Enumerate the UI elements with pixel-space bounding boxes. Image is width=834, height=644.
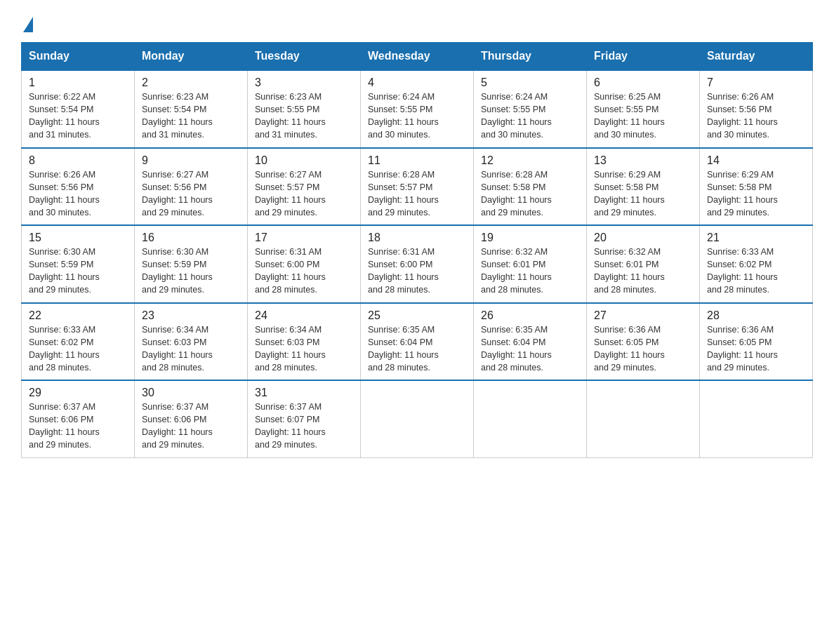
calendar-cell: 7 Sunrise: 6:26 AMSunset: 5:56 PMDayligh…	[700, 70, 813, 148]
day-info: Sunrise: 6:37 AMSunset: 6:06 PMDaylight:…	[142, 402, 213, 450]
day-number: 25	[368, 309, 466, 322]
day-info: Sunrise: 6:27 AMSunset: 5:57 PMDaylight:…	[255, 170, 326, 217]
calendar-cell: 31 Sunrise: 6:37 AMSunset: 6:07 PMDaylig…	[248, 380, 361, 457]
day-info: Sunrise: 6:26 AMSunset: 5:56 PMDaylight:…	[707, 92, 778, 140]
day-info: Sunrise: 6:32 AMSunset: 6:01 PMDaylight:…	[481, 247, 552, 295]
day-number: 13	[594, 154, 692, 167]
calendar-cell: 19 Sunrise: 6:32 AMSunset: 6:01 PMDaylig…	[474, 225, 587, 303]
day-number: 2	[142, 76, 240, 89]
day-info: Sunrise: 6:30 AMSunset: 5:59 PMDaylight:…	[29, 247, 100, 295]
day-info: Sunrise: 6:23 AMSunset: 5:54 PMDaylight:…	[142, 92, 213, 140]
day-number: 17	[255, 232, 353, 244]
day-number: 4	[368, 76, 466, 89]
calendar-cell: 6 Sunrise: 6:25 AMSunset: 5:55 PMDayligh…	[587, 70, 700, 148]
day-info: Sunrise: 6:29 AMSunset: 5:58 PMDaylight:…	[707, 170, 778, 217]
calendar-cell: 24 Sunrise: 6:34 AMSunset: 6:03 PMDaylig…	[248, 303, 361, 381]
calendar-cell: 15 Sunrise: 6:30 AMSunset: 5:59 PMDaylig…	[22, 225, 135, 303]
day-info: Sunrise: 6:23 AMSunset: 5:55 PMDaylight:…	[255, 92, 326, 140]
calendar-cell: 18 Sunrise: 6:31 AMSunset: 6:00 PMDaylig…	[361, 225, 474, 303]
calendar-cell: 16 Sunrise: 6:30 AMSunset: 5:59 PMDaylig…	[135, 225, 248, 303]
day-number: 10	[255, 154, 353, 167]
column-header-thursday: Thursday	[474, 43, 587, 71]
calendar-cell: 11 Sunrise: 6:28 AMSunset: 5:57 PMDaylig…	[361, 148, 474, 226]
calendar-week-row: 8 Sunrise: 6:26 AMSunset: 5:56 PMDayligh…	[22, 148, 813, 226]
day-number: 19	[481, 232, 579, 244]
day-number: 18	[368, 232, 466, 244]
day-number: 16	[142, 232, 240, 244]
day-number: 21	[707, 232, 805, 244]
calendar-cell	[474, 380, 587, 457]
calendar-cell: 3 Sunrise: 6:23 AMSunset: 5:55 PMDayligh…	[248, 70, 361, 148]
column-header-wednesday: Wednesday	[361, 43, 474, 71]
day-number: 29	[29, 387, 127, 399]
day-info: Sunrise: 6:37 AMSunset: 6:06 PMDaylight:…	[29, 402, 100, 450]
page-header	[21, 14, 813, 29]
day-info: Sunrise: 6:24 AMSunset: 5:55 PMDaylight:…	[481, 92, 552, 140]
day-info: Sunrise: 6:34 AMSunset: 6:03 PMDaylight:…	[142, 325, 213, 373]
day-info: Sunrise: 6:28 AMSunset: 5:58 PMDaylight:…	[481, 170, 552, 217]
column-header-saturday: Saturday	[700, 43, 813, 71]
calendar-cell: 5 Sunrise: 6:24 AMSunset: 5:55 PMDayligh…	[474, 70, 587, 148]
calendar-cell	[587, 380, 700, 457]
calendar-week-row: 29 Sunrise: 6:37 AMSunset: 6:06 PMDaylig…	[22, 380, 813, 457]
day-number: 11	[368, 154, 466, 167]
calendar-cell: 21 Sunrise: 6:33 AMSunset: 6:02 PMDaylig…	[700, 225, 813, 303]
day-info: Sunrise: 6:33 AMSunset: 6:02 PMDaylight:…	[29, 325, 100, 373]
day-info: Sunrise: 6:27 AMSunset: 5:56 PMDaylight:…	[142, 170, 213, 217]
calendar-cell	[361, 380, 474, 457]
day-info: Sunrise: 6:32 AMSunset: 6:01 PMDaylight:…	[594, 247, 665, 295]
day-number: 7	[707, 76, 805, 89]
day-info: Sunrise: 6:31 AMSunset: 6:00 PMDaylight:…	[255, 247, 326, 295]
day-info: Sunrise: 6:36 AMSunset: 6:05 PMDaylight:…	[707, 325, 778, 373]
calendar-cell: 23 Sunrise: 6:34 AMSunset: 6:03 PMDaylig…	[135, 303, 248, 381]
calendar-header-row: SundayMondayTuesdayWednesdayThursdayFrid…	[22, 43, 813, 71]
calendar-cell: 29 Sunrise: 6:37 AMSunset: 6:06 PMDaylig…	[22, 380, 135, 457]
column-header-friday: Friday	[587, 43, 700, 71]
calendar-cell	[700, 380, 813, 457]
logo	[21, 14, 33, 29]
day-info: Sunrise: 6:35 AMSunset: 6:04 PMDaylight:…	[368, 325, 439, 373]
logo-triangle-icon	[23, 17, 33, 32]
day-info: Sunrise: 6:25 AMSunset: 5:55 PMDaylight:…	[594, 92, 665, 140]
day-number: 14	[707, 154, 805, 167]
day-number: 22	[29, 309, 127, 322]
calendar-cell: 27 Sunrise: 6:36 AMSunset: 6:05 PMDaylig…	[587, 303, 700, 381]
calendar-cell: 25 Sunrise: 6:35 AMSunset: 6:04 PMDaylig…	[361, 303, 474, 381]
day-info: Sunrise: 6:24 AMSunset: 5:55 PMDaylight:…	[368, 92, 439, 140]
calendar-cell: 4 Sunrise: 6:24 AMSunset: 5:55 PMDayligh…	[361, 70, 474, 148]
day-number: 5	[481, 76, 579, 89]
calendar-cell: 12 Sunrise: 6:28 AMSunset: 5:58 PMDaylig…	[474, 148, 587, 226]
calendar-cell: 13 Sunrise: 6:29 AMSunset: 5:58 PMDaylig…	[587, 148, 700, 226]
day-number: 15	[29, 232, 127, 244]
calendar-cell: 10 Sunrise: 6:27 AMSunset: 5:57 PMDaylig…	[248, 148, 361, 226]
day-info: Sunrise: 6:35 AMSunset: 6:04 PMDaylight:…	[481, 325, 552, 373]
calendar-cell: 26 Sunrise: 6:35 AMSunset: 6:04 PMDaylig…	[474, 303, 587, 381]
day-number: 9	[142, 154, 240, 167]
day-number: 27	[594, 309, 692, 322]
day-number: 3	[255, 76, 353, 89]
calendar-table: SundayMondayTuesdayWednesdayThursdayFrid…	[21, 42, 813, 458]
day-info: Sunrise: 6:37 AMSunset: 6:07 PMDaylight:…	[255, 402, 326, 450]
day-info: Sunrise: 6:34 AMSunset: 6:03 PMDaylight:…	[255, 325, 326, 373]
day-info: Sunrise: 6:36 AMSunset: 6:05 PMDaylight:…	[594, 325, 665, 373]
day-info: Sunrise: 6:29 AMSunset: 5:58 PMDaylight:…	[594, 170, 665, 217]
day-info: Sunrise: 6:31 AMSunset: 6:00 PMDaylight:…	[368, 247, 439, 295]
day-number: 26	[481, 309, 579, 322]
calendar-cell: 9 Sunrise: 6:27 AMSunset: 5:56 PMDayligh…	[135, 148, 248, 226]
day-info: Sunrise: 6:22 AMSunset: 5:54 PMDaylight:…	[29, 92, 100, 140]
day-info: Sunrise: 6:33 AMSunset: 6:02 PMDaylight:…	[707, 247, 778, 295]
calendar-cell: 17 Sunrise: 6:31 AMSunset: 6:00 PMDaylig…	[248, 225, 361, 303]
calendar-cell: 14 Sunrise: 6:29 AMSunset: 5:58 PMDaylig…	[700, 148, 813, 226]
day-number: 6	[594, 76, 692, 89]
column-header-tuesday: Tuesday	[248, 43, 361, 71]
calendar-cell: 28 Sunrise: 6:36 AMSunset: 6:05 PMDaylig…	[700, 303, 813, 381]
calendar-cell: 2 Sunrise: 6:23 AMSunset: 5:54 PMDayligh…	[135, 70, 248, 148]
calendar-week-row: 1 Sunrise: 6:22 AMSunset: 5:54 PMDayligh…	[22, 70, 813, 148]
column-header-monday: Monday	[135, 43, 248, 71]
day-info: Sunrise: 6:28 AMSunset: 5:57 PMDaylight:…	[368, 170, 439, 217]
day-number: 24	[255, 309, 353, 322]
calendar-cell: 22 Sunrise: 6:33 AMSunset: 6:02 PMDaylig…	[22, 303, 135, 381]
day-number: 30	[142, 387, 240, 399]
day-number: 8	[29, 154, 127, 167]
day-number: 31	[255, 387, 353, 399]
